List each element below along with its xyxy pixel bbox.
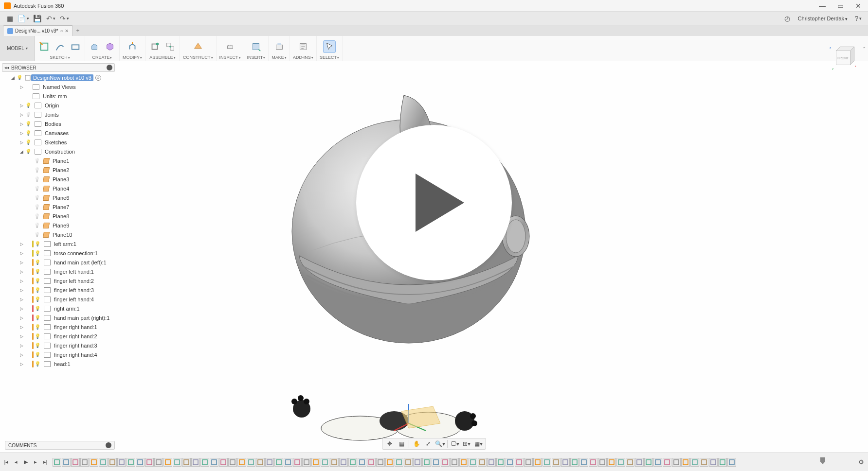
construct-menu[interactable]: CONSTRUCT▾ xyxy=(183,55,213,60)
new-tab-button[interactable]: + xyxy=(76,27,79,34)
job-status-button[interactable]: ◴ xyxy=(780,13,794,24)
expand-arrow[interactable]: ▷ xyxy=(18,242,24,246)
visibility-toggle[interactable] xyxy=(34,185,41,192)
browser-collapse-button[interactable]: ◂◂ xyxy=(4,65,9,70)
timeline-forward-button[interactable]: ▸ xyxy=(31,458,40,467)
expand-arrow[interactable]: ▷ xyxy=(18,315,24,320)
video-play-button[interactable] xyxy=(356,125,512,280)
tree-item[interactable]: ▷finger left hand:3 xyxy=(2,285,128,295)
sketch-menu[interactable]: SKETCH▾ xyxy=(50,55,70,60)
tree-item[interactable]: ▷Named Views xyxy=(2,82,128,91)
joint-button[interactable] xyxy=(164,40,177,53)
timeline-start-button[interactable]: |◂ xyxy=(2,458,11,467)
visibility-toggle[interactable] xyxy=(25,130,32,137)
expand-arrow[interactable]: ▷ xyxy=(18,122,24,126)
comments-panel-header[interactable]: COMMENTS xyxy=(5,441,115,450)
inspect-menu[interactable]: INSPECT▾ xyxy=(219,55,241,60)
view-cube[interactable]: FRONT z x y xyxy=(828,45,856,73)
help-button[interactable]: ?▾ xyxy=(851,13,865,24)
expand-arrow[interactable]: ▷ xyxy=(18,306,24,311)
addins-menu[interactable]: ADD-INS▾ xyxy=(293,55,313,60)
visibility-toggle[interactable] xyxy=(34,213,41,220)
expand-arrow[interactable]: ▷ xyxy=(18,260,24,265)
visibility-toggle[interactable] xyxy=(35,361,41,367)
redo-button[interactable]: ↷▾ xyxy=(57,13,71,24)
tree-item[interactable]: ▷Bodies xyxy=(2,119,128,128)
visibility-toggle[interactable] xyxy=(34,157,41,164)
minimize-button[interactable]: — xyxy=(816,2,829,10)
visibility-toggle[interactable] xyxy=(25,148,32,155)
viewport-layout-button[interactable]: ▦▾ xyxy=(473,439,484,449)
expand-arrow[interactable]: ▷ xyxy=(18,85,24,89)
workspace-dropdown[interactable]: MODEL▾ xyxy=(0,36,35,61)
close-button[interactable]: ✕ xyxy=(852,2,864,10)
box-button[interactable] xyxy=(104,40,116,53)
zoom-button[interactable]: ⤢ xyxy=(423,439,434,449)
tree-item[interactable]: ▷Canvases xyxy=(2,128,128,138)
look-at-button[interactable]: ▦ xyxy=(396,439,407,449)
visibility-toggle[interactable] xyxy=(17,74,23,81)
expand-arrow[interactable]: ▷ xyxy=(18,297,24,302)
timeline-back-button[interactable]: ◂ xyxy=(12,458,20,467)
timeline-settings-button[interactable]: ⚙ xyxy=(856,457,866,467)
tree-item[interactable]: ▷hand main part (left):1 xyxy=(2,258,128,267)
visibility-toggle[interactable] xyxy=(35,305,41,312)
expand-arrow[interactable]: ▷ xyxy=(18,279,24,283)
expand-arrow[interactable]: ▷ xyxy=(18,140,24,145)
expand-arrow[interactable]: ▷ xyxy=(18,325,24,330)
expand-arrow[interactable]: ▷ xyxy=(18,352,24,357)
pan-button[interactable]: ✋ xyxy=(411,439,422,449)
visibility-toggle[interactable] xyxy=(25,139,32,146)
tree-item[interactable]: ▷finger left hand:2 xyxy=(2,276,128,285)
visibility-toggle[interactable] xyxy=(35,259,41,266)
expand-arrow[interactable]: ◢ xyxy=(18,149,24,154)
visibility-toggle[interactable] xyxy=(25,111,32,118)
expand-arrow[interactable]: ▷ xyxy=(18,343,24,348)
tree-item[interactable]: Plane8 xyxy=(2,211,128,221)
new-component-button[interactable] xyxy=(148,40,161,53)
insert-menu[interactable]: INSERT▾ xyxy=(247,55,266,60)
visibility-toggle[interactable] xyxy=(25,121,32,127)
line-button[interactable] xyxy=(54,40,66,53)
visibility-toggle[interactable] xyxy=(35,287,41,294)
tree-item[interactable]: Plane3 xyxy=(2,174,128,184)
tree-item[interactable]: ▷torso connection:1 xyxy=(2,248,128,258)
expand-arrow[interactable]: ▷ xyxy=(18,251,24,256)
tree-item[interactable]: ▷head:1 xyxy=(2,359,128,368)
orbit-button[interactable]: ✥ xyxy=(384,439,395,449)
timeline-end-button[interactable]: ▸| xyxy=(41,458,50,467)
tree-item[interactable]: Plane1 xyxy=(2,156,128,165)
rectangle-button[interactable] xyxy=(69,40,82,53)
construct-plane-button[interactable] xyxy=(192,40,204,53)
save-button[interactable]: 💾 xyxy=(30,13,44,24)
grid-settings-button[interactable]: ⊞▾ xyxy=(461,439,472,449)
undo-button[interactable]: ↶▾ xyxy=(44,13,57,24)
select-button[interactable] xyxy=(323,40,336,53)
tree-item[interactable]: ▷Origin xyxy=(2,101,128,110)
visibility-toggle[interactable] xyxy=(35,296,41,303)
extrude-button[interactable] xyxy=(88,40,101,53)
comments-pin-button[interactable] xyxy=(106,442,111,448)
visibility-toggle[interactable] xyxy=(34,204,41,210)
visibility-toggle[interactable] xyxy=(34,231,41,238)
ribbon-collapse-button[interactable]: ⌃ xyxy=(862,46,866,51)
visibility-toggle[interactable] xyxy=(35,314,41,321)
visibility-toggle[interactable] xyxy=(35,250,41,257)
expand-arrow[interactable]: ▷ xyxy=(18,288,24,293)
user-menu[interactable]: Christopher Derdak▾ xyxy=(794,16,851,21)
tree-root[interactable]: ◢ DesignNow robot v10 v3 ⊙ xyxy=(2,73,128,82)
tree-item[interactable]: ▷finger left hand:4 xyxy=(2,295,128,304)
scripts-button[interactable] xyxy=(297,40,309,53)
visibility-toggle[interactable] xyxy=(35,333,41,340)
timeline-play-button[interactable]: ▶ xyxy=(21,458,30,467)
tree-item[interactable]: Plane6 xyxy=(2,193,128,202)
create-menu[interactable]: CREATE▾ xyxy=(92,55,112,60)
visibility-toggle[interactable] xyxy=(25,102,32,109)
visibility-toggle[interactable] xyxy=(34,167,41,174)
tree-item[interactable]: ▷finger right hand:4 xyxy=(2,350,128,359)
tree-item[interactable]: ▷finger right hand:2 xyxy=(2,331,128,341)
visibility-toggle[interactable] xyxy=(35,268,41,275)
modify-menu[interactable]: MODIFY▾ xyxy=(123,55,142,60)
tree-item[interactable]: ▷Joints xyxy=(2,110,128,119)
insert-derive-button[interactable] xyxy=(250,40,262,53)
